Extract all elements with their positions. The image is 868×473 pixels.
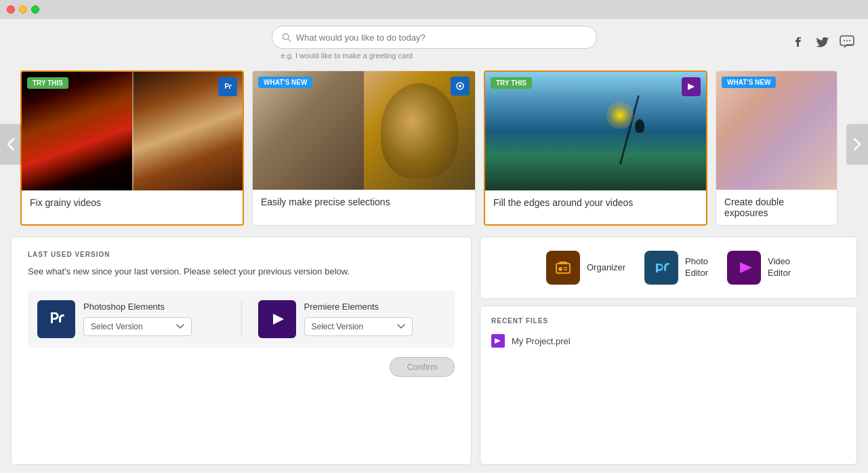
badge-whats-new-2: WHAT'S NEW [722, 77, 776, 88]
close-button[interactable] [7, 5, 15, 14]
carousel-item-double-exposure[interactable]: WHAT'S NEW Create double exposures [716, 70, 838, 226]
svg-point-4 [844, 40, 845, 41]
selector-divider [241, 300, 242, 338]
carousel-label-selections: Easily make precise selections [253, 190, 475, 214]
chevron-down-icon [176, 324, 184, 329]
photo-editor-launch-item[interactable]: Photo Editor [642, 248, 711, 287]
video-editor-icon [727, 251, 761, 285]
carousel-section: TRY THIS [0, 65, 868, 231]
last-used-title: LAST USED VERSION [28, 251, 455, 258]
carousel-prev-button[interactable] [0, 124, 22, 165]
svg-rect-10 [559, 262, 567, 264]
traffic-lights [7, 5, 39, 14]
minimize-button[interactable] [19, 5, 27, 14]
search-icon [282, 33, 291, 42]
app-launch-panel: Organizer Photo Editor [480, 236, 857, 299]
carousel-label-fix-grainy: Fix grainy videos [22, 190, 243, 215]
chevron-down-icon-2 [397, 324, 405, 329]
recent-file-item-my-project[interactable]: My Project.prel [491, 331, 846, 350]
badge-try-this-2: TRY THIS [491, 77, 532, 89]
organizer-label: Organizer [587, 262, 625, 274]
photoshop-info: Photoshop Elements Select Version [83, 302, 192, 336]
svg-line-1 [288, 39, 290, 41]
premiere-icon-overlay-2 [451, 77, 470, 96]
svg-point-11 [558, 267, 562, 271]
carousel-label-double-exposure: Create double exposures [716, 190, 837, 225]
photoshop-selector: Photoshop Elements Select Version [37, 300, 225, 338]
premiere-name: Premiere Elements [304, 302, 413, 312]
recent-file-name-my-project: My Project.prel [512, 336, 571, 346]
svg-point-5 [846, 40, 848, 41]
recent-file-icon-my-project [491, 334, 505, 348]
premiere-info: Premiere Elements Select Version [304, 302, 413, 336]
svg-point-8 [459, 85, 461, 87]
maximize-button[interactable] [31, 5, 39, 14]
search-container: e.g. I would like to make a greeting car… [272, 26, 597, 60]
video-editor-label: Video Editor [768, 256, 791, 279]
carousel-label-fill-edges: Fill the edges around your videos [485, 190, 706, 215]
header: e.g. I would like to make a greeting car… [0, 19, 868, 65]
app-launch-grid: Organizer Photo Editor [491, 248, 846, 287]
video-editor-launch-item[interactable]: Video Editor [724, 248, 793, 287]
premiere-icon-overlay-3 [682, 77, 701, 96]
recent-files-panel: RECENT FILES My Project.prel [480, 306, 857, 465]
confirm-row: Confirm [28, 357, 455, 377]
photo-editor-icon [644, 251, 678, 285]
app-selectors: Photoshop Elements Select Version [28, 291, 455, 348]
search-input[interactable] [296, 33, 587, 43]
carousel-image-double-exposure: WHAT'S NEW [716, 71, 837, 190]
svg-point-6 [849, 40, 850, 41]
carousel-image-fix-grainy: TRY THIS [22, 72, 243, 190]
organizer-launch-item[interactable]: Organizer [543, 248, 628, 287]
search-hint: e.g. I would like to make a greeting car… [272, 52, 413, 60]
photoshop-name: Photoshop Elements [83, 302, 192, 312]
recent-files-title: RECENT FILES [491, 317, 846, 325]
badge-whats-new-1: WHAT'S NEW [258, 77, 312, 88]
photoshop-version-label: Select Version [91, 322, 143, 331]
svg-rect-9 [556, 264, 570, 273]
carousel-image-fill-edges: TRY THIS [485, 72, 706, 190]
photoshop-version-dropdown[interactable]: Select Version [83, 317, 192, 336]
last-used-description: See what's new since your last version. … [28, 265, 455, 279]
carousel-item-fix-grainy[interactable]: TRY THIS [20, 70, 244, 226]
badge-try-this-1: TRY THIS [27, 77, 68, 89]
search-bar[interactable] [272, 26, 597, 49]
title-bar [0, 0, 868, 19]
photoshop-elements-icon [37, 300, 75, 338]
premiere-elements-icon [258, 300, 296, 338]
photoshop-icon-overlay-1 [218, 77, 237, 96]
chat-icon[interactable] [840, 35, 854, 49]
confirm-button[interactable]: Confirm [390, 357, 455, 377]
premiere-selector: Premiere Elements Select Version [258, 300, 446, 338]
premiere-version-dropdown[interactable]: Select Version [304, 317, 413, 336]
premiere-version-label: Select Version [312, 322, 364, 331]
right-panel: Organizer Photo Editor [480, 236, 857, 465]
last-used-panel: LAST USED VERSION See what's new since y… [11, 236, 472, 465]
carousel-image-selections: WHAT'S NEW [253, 71, 475, 190]
twitter-icon[interactable] [815, 35, 830, 49]
photo-editor-label: Photo Editor [685, 256, 708, 279]
carousel-item-fill-edges[interactable]: TRY THIS Fill the edges around yo [484, 70, 707, 226]
facebook-icon[interactable] [791, 35, 806, 49]
carousel-track: TRY THIS [0, 70, 868, 226]
header-icons [791, 35, 854, 49]
carousel-item-selections[interactable]: WHAT'S NEW [252, 70, 476, 226]
main-content: TRY THIS [0, 65, 868, 473]
carousel-next-button[interactable] [846, 124, 868, 165]
bottom-section: LAST USED VERSION See what's new since y… [0, 231, 868, 473]
organizer-icon [546, 251, 580, 285]
